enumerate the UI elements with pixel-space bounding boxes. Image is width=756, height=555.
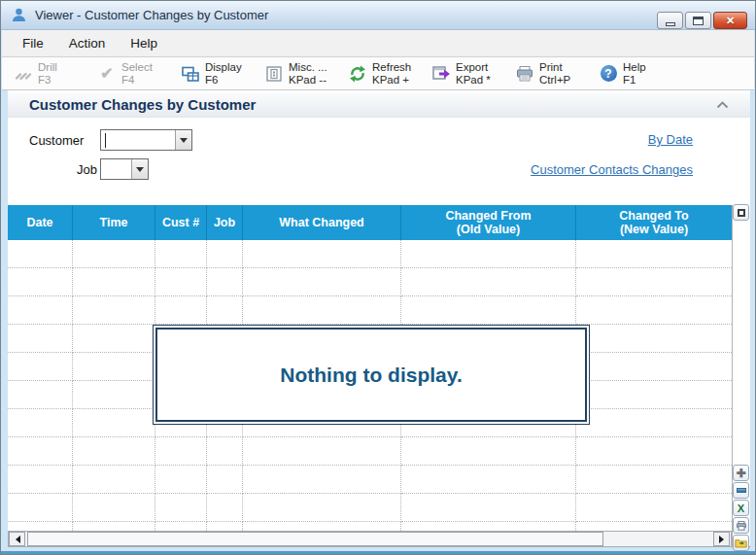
toolbar-help-button[interactable]: ? Help F1	[599, 61, 682, 87]
table-cell	[401, 240, 576, 268]
column-label: Job	[214, 216, 235, 229]
table-cell	[8, 437, 73, 466]
column-header-date[interactable]: Date	[8, 205, 73, 240]
column-label-line2: (New Value)	[620, 223, 688, 236]
collapse-section-button[interactable]	[714, 98, 730, 112]
chevron-up-icon	[716, 101, 729, 109]
scrollbar-thumb[interactable]	[27, 532, 603, 546]
print-grid-button[interactable]	[733, 517, 749, 534]
table-cell	[73, 240, 155, 268]
client-area: Customer Changes by Customer Customer By…	[8, 90, 750, 547]
maximize-button[interactable]	[685, 12, 711, 29]
table-cell	[8, 381, 73, 409]
table-cell	[243, 296, 401, 325]
table-cell	[243, 494, 401, 522]
table-cell	[155, 240, 207, 268]
column-header-time[interactable]: Time	[73, 205, 155, 240]
toolbar-misc-button[interactable]: Misc. ... KPad --	[264, 61, 348, 87]
table-cell	[155, 437, 207, 466]
horizontal-scrollbar[interactable]	[8, 531, 732, 547]
table-cell	[207, 437, 243, 466]
table-cell	[401, 494, 576, 522]
table-cell	[73, 409, 155, 437]
grid-options-button[interactable]	[733, 204, 749, 221]
zoom-out-button[interactable]	[733, 482, 749, 499]
square-icon	[738, 209, 745, 217]
table-cell	[576, 522, 732, 531]
table-cell	[73, 268, 155, 296]
zoom-in-button[interactable]: ✚	[733, 465, 749, 481]
customer-combobox[interactable]	[100, 129, 192, 151]
table-cell	[73, 466, 155, 494]
toolbar-display-button[interactable]: Display F6	[181, 61, 264, 87]
table-cell	[8, 494, 73, 522]
keypad-icon	[264, 64, 284, 84]
customer-input[interactable]	[101, 130, 175, 150]
excel-icon: X	[738, 503, 744, 514]
section-header: Customer Changes by Customer	[8, 92, 750, 118]
empty-state-box: Nothing to display.	[153, 325, 590, 425]
table-header: Date Time Cust # Job What Changed Change…	[8, 205, 732, 240]
table-cell	[155, 494, 207, 522]
scroll-right-button[interactable]	[713, 532, 730, 546]
menu-help[interactable]: Help	[118, 32, 170, 54]
arrow-right-icon	[719, 536, 728, 543]
scroll-left-button[interactable]	[9, 532, 25, 546]
table-cell	[401, 437, 576, 466]
table-cell	[207, 240, 243, 268]
table-row	[8, 466, 732, 494]
column-header-what-changed[interactable]: What Changed	[243, 205, 401, 240]
column-label: Changed From	[445, 209, 531, 223]
text-caret	[105, 133, 106, 148]
toolbar-shortcut: Ctrl+P	[539, 74, 570, 87]
export-excel-button[interactable]: X	[733, 500, 749, 516]
table-cell	[576, 240, 732, 268]
menu-file[interactable]: File	[10, 32, 56, 54]
customer-contacts-changes-link[interactable]: Customer Contacts Changes	[531, 162, 693, 177]
column-label: Date	[26, 216, 52, 229]
customer-dropdown-button[interactable]	[175, 130, 191, 150]
job-label: Job	[77, 162, 97, 177]
table-cell	[155, 268, 207, 296]
table-cell	[73, 522, 155, 531]
toolbar-label: Drill	[38, 61, 57, 74]
toolbar-print-button[interactable]: Print Ctrl+P	[515, 61, 599, 87]
column-header-cust-number[interactable]: Cust #	[155, 205, 207, 240]
by-date-link[interactable]: By Date	[648, 132, 693, 147]
toolbar-export-button[interactable]: Export KPad *	[431, 61, 515, 87]
job-input[interactable]	[101, 159, 131, 179]
export-file-button[interactable]	[733, 535, 749, 551]
toolbar-label: Print	[539, 61, 570, 74]
table-cell	[207, 522, 243, 531]
toolbar-drill-button[interactable]: Drill F3	[14, 61, 97, 87]
table-cell	[155, 296, 207, 325]
table-cell	[401, 466, 576, 494]
toolbar: Drill F3 ✔ Select F4 Display	[2, 56, 754, 90]
table-cell	[8, 296, 73, 325]
column-header-job[interactable]: Job	[207, 205, 243, 240]
column-header-changed-from[interactable]: Changed From (Old Value)	[401, 205, 576, 240]
table-row	[8, 240, 732, 268]
table-cell	[73, 494, 155, 522]
toolbar-select-button[interactable]: ✔ Select F4	[97, 61, 181, 87]
table-cell	[207, 296, 243, 325]
table-cell	[576, 409, 732, 437]
toolbar-refresh-button[interactable]: Refresh KPad +	[348, 61, 431, 87]
table-cell	[73, 353, 155, 381]
page-title: Customer Changes by Customer	[29, 96, 256, 113]
job-combobox[interactable]	[100, 158, 149, 180]
table-cell	[576, 268, 732, 296]
table-cell	[207, 494, 243, 522]
column-header-changed-to[interactable]: Changed To (New Value)	[576, 205, 732, 240]
table-cell	[243, 240, 401, 268]
menu-action[interactable]: Action	[56, 32, 119, 54]
table-cell	[155, 466, 207, 494]
minimize-button[interactable]	[657, 12, 683, 29]
close-button[interactable]: ✕	[713, 12, 747, 29]
table-cell	[401, 296, 576, 325]
job-dropdown-button[interactable]	[131, 159, 148, 179]
plus-icon: ✚	[736, 467, 745, 480]
refresh-icon	[348, 64, 367, 84]
person-icon	[9, 6, 28, 25]
maximize-icon	[693, 17, 704, 25]
